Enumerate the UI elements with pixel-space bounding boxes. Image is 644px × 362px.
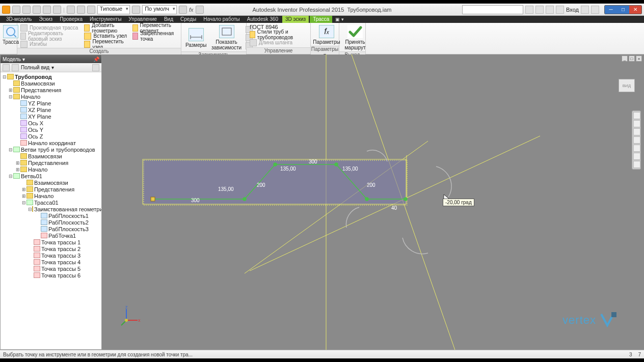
pipe-styles-button[interactable]: Стили труб и трубопроводов — [250, 31, 307, 38]
viewport[interactable]: _ □ × ВИД — [102, 54, 644, 350]
qat-home-icon[interactable] — [67, 6, 75, 14]
browser-pin-icon[interactable]: 📌 — [93, 57, 99, 62]
bends-icon — [20, 41, 28, 48]
qat-redo-icon[interactable] — [53, 6, 61, 14]
maximize-button[interactable]: □ — [617, 6, 629, 14]
svg-text:x: x — [138, 318, 141, 323]
material-combo[interactable]: По умолч — [142, 5, 177, 14]
tab-getstarted[interactable]: Начало работы — [200, 16, 243, 23]
tab-route[interactable]: Трасса — [310, 16, 332, 23]
derived-route-icon — [20, 24, 28, 32]
tab-inspect[interactable]: Проверка — [57, 16, 86, 23]
parameters-button[interactable]: fx Параметры — [314, 24, 339, 46]
watermark: vertex — [562, 311, 619, 329]
title-text: Autodesk Inventor Professional 2015 Труб… — [252, 7, 391, 13]
qat-more-icon[interactable] — [196, 6, 204, 14]
help-search-input[interactable] — [462, 5, 523, 14]
signin-label[interactable]: Вход — [566, 7, 579, 13]
tab-a360[interactable]: Autodesk 360 — [244, 16, 281, 23]
panel-manage-label: Управление — [247, 47, 310, 54]
svg-point-15 — [404, 198, 407, 201]
qat-measure-icon[interactable] — [179, 6, 187, 14]
title-bar: | Типовые По умолч fx Autodesk Inventor … — [0, 4, 644, 16]
qat-new-icon[interactable] — [12, 6, 20, 14]
bends-button[interactable]: Изгибы — [20, 40, 80, 48]
move-node-button[interactable]: Переместить узел — [84, 40, 128, 48]
svg-text:135,00: 135,00 — [342, 166, 358, 172]
close-button[interactable]: ✕ — [629, 6, 641, 14]
accept-route-icon — [347, 25, 363, 38]
pipe-styles-icon — [250, 31, 255, 38]
hose-length-button[interactable]: Длина шланга — [250, 39, 307, 46]
svg-text:z: z — [125, 306, 128, 310]
svg-rect-24 — [151, 197, 155, 201]
move-node-icon — [84, 41, 90, 48]
main-area: Модель ▾📌 Полный вид ▾ ⊟Трубопровод Взаи… — [0, 54, 644, 350]
fixed-point-icon — [132, 33, 138, 40]
parameters-icon: fx — [319, 25, 334, 38]
svg-text:40: 40 — [391, 205, 397, 211]
sketch-drawing: 300 300 135,00 135,00 135,00 200 200 40 — [102, 54, 644, 350]
route-tool-button[interactable]: Трасса — [3, 24, 18, 46]
qat-material-icon[interactable] — [132, 6, 140, 14]
browser-header[interactable]: Модель ▾📌 — [1, 55, 101, 63]
axis-triad: z x — [120, 306, 141, 327]
fx-icon[interactable]: fx — [189, 7, 194, 13]
tab-environments[interactable]: Среды — [177, 16, 199, 23]
model-browser: Модель ▾📌 Полный вид ▾ ⊟Трубопровод Взаи… — [0, 54, 102, 350]
tab-overflow-icon[interactable]: ▣ ▾ — [333, 17, 346, 22]
status-message: Выбрать точку на инструменте или в геоме… — [3, 352, 193, 357]
status-num1: 3 — [629, 352, 632, 357]
hose-length-icon — [250, 39, 257, 46]
edit-base-sketch-button[interactable]: Редактировать базовый эскиз — [20, 32, 80, 40]
svg-point-13 — [335, 163, 338, 166]
status-num2: 7 — [638, 352, 641, 357]
svg-text:135,00: 135,00 — [218, 186, 234, 192]
svg-text:300: 300 — [191, 198, 200, 203]
exchange-icon[interactable] — [546, 6, 554, 14]
filter-label[interactable]: Полный вид — [21, 65, 49, 70]
qat-open-icon[interactable] — [22, 6, 31, 14]
svg-text:200: 200 — [257, 182, 265, 188]
route-tool-icon — [3, 25, 18, 38]
filter-icon[interactable] — [3, 64, 10, 71]
minimize-button[interactable]: ─ — [605, 6, 617, 14]
svg-point-12 — [274, 163, 277, 166]
tab-sketch[interactable]: Эскиз — [36, 16, 56, 23]
appearance-combo[interactable]: Типовые — [97, 5, 130, 14]
svg-line-1 — [13, 34, 16, 37]
help-icon[interactable] — [591, 6, 599, 14]
svg-rect-2 — [222, 28, 231, 35]
panel-create-label: Создать — [17, 48, 181, 54]
svg-text:300: 300 — [309, 159, 317, 164]
browser-toolbar: Полный вид ▾ — [1, 63, 101, 72]
show-constraints-button[interactable]: Показать зависимости — [212, 24, 242, 51]
favorite-icon[interactable] — [581, 6, 589, 14]
move-segment-icon — [132, 24, 138, 32]
show-constraints-icon — [219, 25, 234, 38]
fixed-point-button[interactable]: Закрепленная точка — [132, 32, 178, 40]
search-icon[interactable] — [525, 6, 533, 14]
edit-base-sketch-icon — [20, 33, 26, 40]
tab-3dsketch[interactable]: 3D эскиз — [282, 16, 309, 23]
browser-tool-icon[interactable] — [92, 64, 99, 71]
svg-point-14 — [365, 198, 368, 201]
qat-save-icon[interactable] — [33, 6, 41, 14]
dimensions-button[interactable]: Размеры — [184, 27, 208, 49]
dimensions-icon — [189, 28, 204, 41]
window-buttons: ─ □ ✕ — [604, 5, 642, 14]
accept-route-button[interactable]: Принять маршрут — [342, 24, 368, 51]
qat-undo-icon[interactable] — [43, 6, 51, 14]
tab-3dmodel[interactable]: 3D-модель — [3, 16, 35, 23]
subscription-icon[interactable] — [535, 6, 544, 14]
top-black-band — [0, 0, 644, 4]
user-icon[interactable] — [556, 6, 564, 14]
qat-props-icon[interactable] — [87, 6, 95, 14]
ribbon: Трасса Производная трасса Редактировать … — [0, 23, 644, 54]
browser-tree[interactable]: ⊟Трубопровод Взаимосвязи ⊞Представления … — [1, 72, 101, 349]
app-icon[interactable] — [2, 6, 10, 14]
add-geometry-icon — [84, 24, 90, 32]
add-geometry-button[interactable]: Добавить геометрию — [84, 24, 128, 32]
qat-select-icon[interactable] — [77, 6, 85, 14]
view-icon[interactable] — [12, 64, 19, 71]
